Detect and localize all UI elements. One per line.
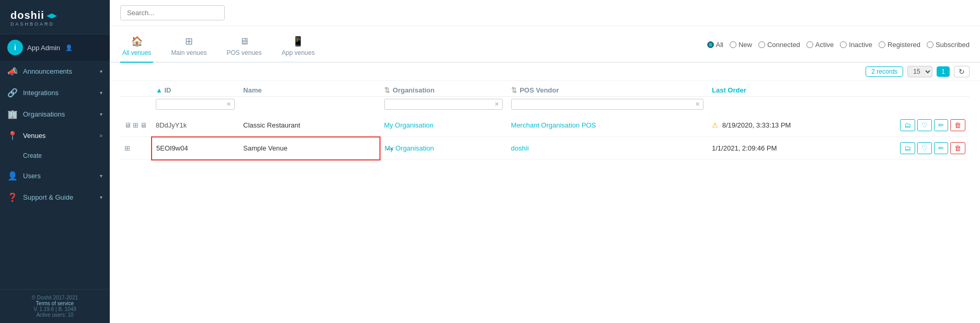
row2-pos[interactable]: doshii [507,137,708,160]
arrow-annotation: → [385,142,395,154]
table-wrapper: ▲ ID Name ⇅ Organisation ⇅ POS Vendor La… [110,81,980,323]
sidebar-item-announcements[interactable]: 📣 Announcements ▾ [0,61,110,82]
row2-name: Sample Venue → [239,137,379,160]
row1-edit-button[interactable]: ✏ [934,119,948,131]
organisations-label: Organisations [23,110,65,118]
tab-app-venues[interactable]: 📱 App venues [280,31,317,63]
row1-name: Classic Restaurant [239,114,379,137]
search-input[interactable] [120,5,225,20]
venues-table: ▲ ID Name ⇅ Organisation ⇅ POS Vendor La… [120,81,970,160]
row2-id: 5EOI9w04 [152,137,239,160]
footer-terms[interactable]: Terms of service [7,301,102,306]
sidebar-item-venues[interactable]: 📍 Venues » [0,125,110,146]
sidebar-item-support[interactable]: ❓ Support & Guide ▾ [0,187,110,208]
row2-last-order: 1/1/2021, 2:09:46 PM [708,137,896,160]
col-last-order: Last Order [708,81,896,97]
row1-heart-button[interactable]: ♡ [917,119,932,131]
row1-org[interactable]: My Organisation [380,114,507,137]
filter-new[interactable]: New [730,41,752,49]
all-venues-icon: 🏠 [131,36,143,47]
main-venues-icon: ⊞ [185,36,193,47]
sidebar: doshii ◀▶ DASHBOARD i App Admin 👤 📣 Anno… [0,0,110,323]
venues-icon: 📍 [7,131,18,141]
row1-pos[interactable]: Merchant Organisation POS [507,114,708,137]
pos-venues-icon: 🖥 [239,36,249,47]
tab-main-venues-label: Main venues [171,49,206,56]
row2-folder-button[interactable]: 🗂 [900,142,915,154]
venues-label: Venues [23,132,45,140]
filter-connected[interactable]: Connected [758,41,800,49]
user-admin-icon: 👤 [65,44,73,51]
per-page-select[interactable]: 15 25 50 [907,66,932,77]
logo-text: doshii [10,9,44,21]
filter-subscribed[interactable]: Subscribed [927,41,970,49]
records-count-badge: 2 records [866,66,903,77]
row1-delete-button[interactable]: 🗑 [950,119,965,131]
col-icons [120,81,152,97]
row1-id: 8DdJyY1k [152,114,239,137]
page-number-button[interactable]: 1 [937,66,950,77]
row2-type-icons: ⊞ [120,137,152,160]
topbar [110,0,980,26]
filter-registered[interactable]: Registered [879,41,920,49]
integrations-icon: 🔗 [7,88,18,98]
col-pos-vendor[interactable]: ⇅ POS Vendor [507,81,708,97]
logo-subtitle: DASHBOARD [10,21,99,27]
organisations-icon: 🏢 [7,109,18,119]
footer-active-users: Active users: 10 [7,312,102,318]
tabs-bar: 🏠 All venues ⊞ Main venues 🖥 POS venues … [110,26,980,63]
sidebar-user[interactable]: i App Admin 👤 [0,34,110,61]
tab-pos-venues-label: POS venues [226,49,261,56]
tab-all-venues-label: All venues [122,49,151,56]
app-venues-icon: 📱 [292,36,304,47]
chevron-icon: ▾ [100,194,102,200]
row2-delete-button[interactable]: 🗑 [950,142,965,154]
users-label: Users [23,172,41,180]
sidebar-nav: 📣 Announcements ▾ 🔗 Integrations ▾ 🏢 Org… [0,61,110,289]
monitor-icon: 🖥 [124,121,131,129]
table-row: ⊞ 5EOI9w04 Sample Venue → My Organisatio… [120,137,970,160]
sidebar-footer: © Doshii 2017-2021 Terms of service V. 1… [0,289,110,323]
col-organisation[interactable]: ⇅ Organisation [380,81,507,97]
id-filter[interactable]: ✕ [156,99,235,110]
pos-filter[interactable]: ✕ [511,99,704,110]
row1-actions: 🗂 ♡ ✏ 🗑 [896,114,970,137]
chevron-icon: ▾ [100,68,102,74]
logo-arrows-icon: ◀▶ [47,11,57,19]
table-row: 🖥 ⊞ 🖥 8DdJyY1k Classic Restaurant My Org… [120,114,970,137]
create-label: Create [23,152,42,159]
row1-folder-button[interactable]: 🗂 [900,119,915,131]
filter-active[interactable]: Active [806,41,834,49]
filter-inactive[interactable]: Inactive [840,41,872,49]
support-label: Support & Guide [23,193,73,201]
announcements-icon: 📣 [7,66,18,76]
footer-copyright: © Doshii 2017-2021 [7,295,102,301]
org-filter[interactable]: ✕ [384,99,503,110]
col-id[interactable]: ▲ ID [152,81,239,97]
sidebar-item-create[interactable]: Create [0,146,110,165]
sidebar-item-users[interactable]: 👤 Users ▾ [0,165,110,187]
tab-main-venues[interactable]: ⊞ Main venues [169,31,209,63]
tab-pos-venues[interactable]: 🖥 POS venues [224,32,263,63]
integrations-label: Integrations [23,89,59,97]
warning-icon: ⚠ [712,121,718,129]
filter-radio-group: All New Connected Active Inactive Regist… [707,41,970,53]
row2-actions: 🗂 ♡ ✏ 🗑 [896,137,970,160]
col-actions [896,81,970,97]
row2-edit-button[interactable]: ✏ [934,142,948,154]
username-label: App Admin [27,44,60,52]
col-name: Name [239,81,379,97]
filter-all[interactable]: All [707,41,723,49]
chevron-icon: ▾ [100,111,102,117]
row2-heart-button[interactable]: ♡ [917,142,932,154]
tab-all-venues[interactable]: 🏠 All venues [120,31,153,63]
row1-type-icons: 🖥 ⊞ 🖥 [120,114,152,137]
refresh-button[interactable]: ↻ [954,66,970,77]
users-icon: 👤 [7,171,18,181]
chevron-icon: ▾ [100,90,102,96]
sidebar-item-integrations[interactable]: 🔗 Integrations ▾ [0,82,110,103]
row2-org[interactable]: My Organisation [380,137,507,160]
sidebar-item-organisations[interactable]: 🏢 Organisations ▾ [0,103,110,125]
records-bar: 2 records 15 25 50 1 ↻ [110,63,980,81]
tab-app-venues-label: App venues [282,49,315,56]
